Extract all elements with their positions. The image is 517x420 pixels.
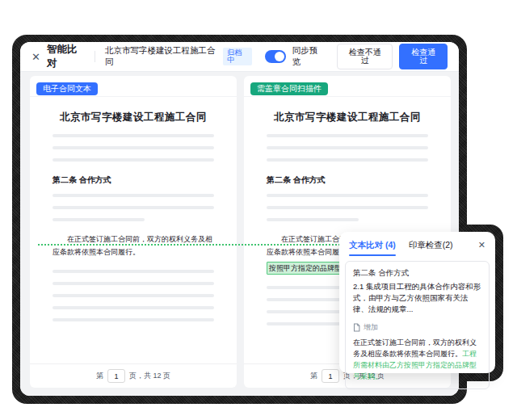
sync-preview-label: 同步预览 — [292, 45, 325, 68]
compare-popup: 文本比对 (4) 印章检查(2) ✕ 第二条 合作方式 2.1 集成项目工程的具… — [339, 232, 495, 373]
skeleton-line — [53, 134, 214, 137]
divider — [95, 51, 95, 62]
popup-close-icon[interactable]: ✕ — [478, 240, 485, 250]
tab-text-compare[interactable]: 文本比对 (4) — [349, 240, 396, 256]
document-name: 北京市写字楼建设工程施工合同 — [105, 45, 216, 68]
diff-card[interactable]: 第二条 合作方式 2.1 集成项目工程的具体合作内容和形式，由甲方与乙方依照国家… — [345, 261, 490, 389]
skeleton-line — [53, 194, 214, 197]
diff-section-heading: 第二条 合作方式 — [353, 268, 481, 279]
left-doc-page: 北京市写字楼建设工程施工合同 第二条 合作方式 在正式签订施工合同前，双方的权利… — [30, 111, 237, 321]
skeleton-line — [267, 158, 428, 162]
contract-paragraph: 在正式签订施工合同前，双方的权利义务及相应条款将依照本合同履行。 — [53, 233, 214, 258]
diff-connector-dotted-line — [38, 244, 340, 246]
close-icon[interactable]: ✕ — [32, 52, 40, 62]
document-icon — [353, 323, 360, 332]
tab-seal-check[interactable]: 印章检查(2) — [409, 240, 453, 256]
page-number-input[interactable]: 1 — [322, 369, 339, 383]
skeleton-line — [53, 306, 214, 309]
active-tab-underline — [349, 254, 396, 256]
pagination-prefix: 第 — [310, 371, 317, 381]
check-fail-button[interactable]: 检查不通过 — [337, 44, 393, 69]
topbar: ✕ 智能比对 北京市写字楼建设工程施工合同 归档中 同步预览 检查不通过 检查通… — [20, 42, 459, 72]
tab-label: 文本比对 (4) — [349, 240, 396, 250]
skeleton-line — [53, 294, 214, 297]
change-type-row: 增加 — [353, 322, 481, 333]
page: ✕ 智能比对 北京市写字楼建设工程施工合同 归档中 同步预览 检查不通过 检查通… — [0, 0, 517, 420]
left-doc-badge: 电子合同文本 — [36, 82, 98, 95]
pagination-prefix: 第 — [96, 371, 103, 381]
skeleton-line — [53, 158, 214, 162]
skeleton-line — [267, 146, 428, 149]
skeleton-line — [267, 206, 428, 209]
skeleton-line — [53, 206, 214, 209]
toggle-knob — [275, 52, 284, 61]
left-pagination: 第 1 页，共 12 页 — [30, 363, 237, 388]
skeleton-line — [53, 270, 214, 273]
left-document-card: 电子合同文本 北京市写字楼建设工程施工合同 第二条 合作方式 在正式签订施工合同… — [30, 76, 237, 388]
skeleton-line — [267, 134, 428, 137]
check-pass-button[interactable]: 检查通过 — [399, 44, 448, 69]
popup-tab-bar: 文本比对 (4) 印章检查(2) ✕ — [339, 232, 495, 259]
skeleton-line — [53, 146, 214, 149]
document-title: 北京市写字楼建设工程施工合同 — [53, 111, 214, 124]
left-card-header: 电子合同文本 — [30, 76, 237, 97]
skeleton-line — [53, 282, 214, 285]
sync-preview-toggle[interactable] — [265, 50, 286, 63]
section-heading: 第二条 合作方式 — [53, 174, 214, 186]
right-card-header: 需盖章合同扫描件 — [244, 76, 451, 97]
status-badge: 归档中 — [223, 48, 251, 65]
tab-label: 印章检查(2) — [409, 240, 453, 250]
skeleton-line — [267, 194, 428, 197]
diff-result-text: 在正式签订施工合同前，双方的权利义务及相应条款将依照本合同履行。工程所需材料由乙… — [353, 337, 481, 382]
right-doc-badge: 需盖章合同扫描件 — [250, 82, 328, 95]
skeleton-line — [53, 218, 145, 221]
result-normal-text: 在正式签订施工合同前，双方的权利义务及相应条款将依照本合同履行。 — [353, 338, 477, 358]
section-heading: 第二条 合作方式 — [267, 174, 428, 186]
page-number-input[interactable]: 1 — [107, 369, 125, 383]
diff-clause-text: 2.1 集成项目工程的具体合作内容和形式，由甲方与乙方依照国家有关法律、法规的规… — [353, 281, 481, 315]
pagination-suffix: 页，共 12 页 — [129, 371, 170, 381]
document-title: 北京市写字楼建设工程施工合同 — [267, 111, 428, 124]
page-title: 智能比对 — [47, 43, 85, 70]
change-type-label: 增加 — [364, 322, 378, 333]
skeleton-line — [53, 318, 214, 321]
skeleton-line — [267, 218, 359, 221]
